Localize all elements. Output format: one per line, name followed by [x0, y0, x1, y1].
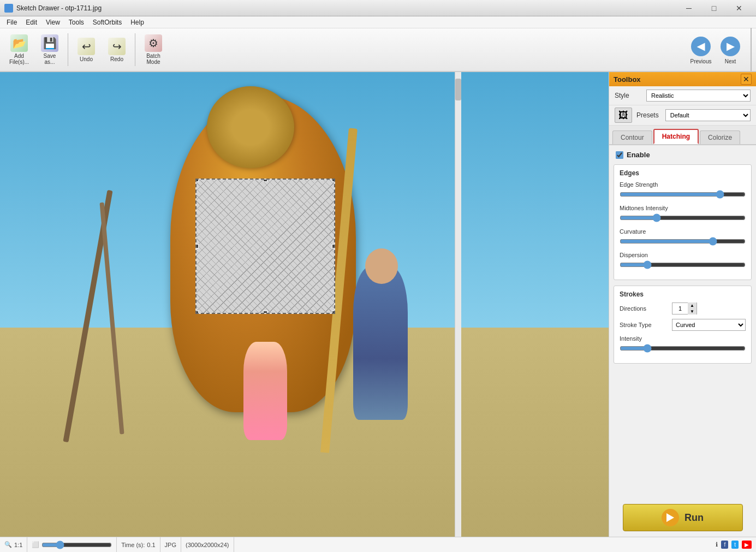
handle-rm[interactable] — [332, 244, 335, 248]
directions-spinbox[interactable]: ▲ ▼ — [672, 302, 697, 314]
undo-button[interactable]: ↩ Undo — [72, 31, 101, 68]
maximize-button[interactable]: □ — [701, 0, 727, 16]
handle-lm[interactable] — [195, 244, 199, 248]
handle-tl[interactable] — [195, 179, 199, 182]
midtones-intensity-row: Midtones Intensity — [620, 205, 746, 223]
add-files-button[interactable]: 📂 AddFile(s)... — [4, 31, 34, 68]
gorilla-head — [207, 86, 294, 168]
undo-label: Undo — [80, 56, 93, 62]
presets-select[interactable]: Default — [665, 109, 751, 121]
handle-bm[interactable] — [263, 311, 267, 314]
menu-edit[interactable]: Edit — [21, 17, 41, 27]
handle-tr[interactable] — [332, 179, 335, 182]
intensity-row: Intensity — [620, 335, 746, 353]
app-icon — [4, 4, 13, 13]
menu-file[interactable]: File — [2, 17, 21, 27]
curvature-track — [620, 236, 746, 246]
save-icon: 💾 — [41, 34, 58, 52]
batch-icon: ⚙ — [145, 34, 162, 52]
directions-row: Directions ▲ ▼ — [620, 302, 746, 314]
canvas-area[interactable] — [0, 72, 609, 537]
menu-softorbits[interactable]: SoftOrbits — [88, 17, 126, 27]
enable-checkbox[interactable] — [616, 151, 623, 159]
handle-bl[interactable] — [195, 311, 199, 314]
handle-br[interactable] — [332, 311, 335, 314]
format-section: JPG — [165, 537, 181, 552]
dispersion-slider[interactable] — [620, 260, 746, 270]
edge-strength-track — [620, 189, 746, 199]
undo-icon: ↩ — [78, 38, 95, 55]
nav-icons-section: ⬜ — [32, 537, 117, 552]
curvature-label: Curvature — [620, 228, 746, 235]
toolbox-panel: Toolbox ✕ Style Realistic 🖼 Presets Defa… — [609, 72, 756, 537]
toolbar-main-sep — [751, 28, 752, 72]
sketch-selection[interactable] — [195, 179, 335, 314]
zoom-icon: 🔍 — [4, 541, 12, 548]
statusbar-right: ℹ f t ▶ — [716, 541, 752, 549]
midtones-intensity-label: Midtones Intensity — [620, 205, 746, 211]
close-button[interactable]: ✕ — [727, 0, 752, 16]
redo-label: Redo — [110, 56, 123, 62]
menu-view[interactable]: View — [41, 17, 64, 27]
scrollbar-thumb[interactable] — [455, 79, 461, 100]
intensity-label: Intensity — [620, 335, 746, 342]
toolbox-header: Toolbox ✕ — [609, 72, 756, 86]
child-figure — [243, 342, 287, 440]
directions-up-button[interactable]: ▲ — [688, 302, 697, 308]
run-icon — [662, 509, 679, 526]
previous-arrow-icon: ◀ — [691, 37, 711, 56]
dispersion-track — [620, 260, 746, 270]
man-head — [365, 248, 398, 284]
tabs-row: Contour Hatching Colorize — [609, 126, 756, 145]
directions-value[interactable] — [672, 305, 688, 312]
style-select[interactable]: Realistic — [646, 90, 751, 102]
tab-colorize[interactable]: Colorize — [700, 130, 740, 144]
batch-mode-button[interactable]: ⚙ BatchMode — [139, 31, 168, 68]
menu-tools[interactable]: Tools — [64, 17, 88, 27]
run-section: Run — [609, 498, 756, 537]
redo-button[interactable]: ↪ Redo — [102, 31, 132, 68]
youtube-icon[interactable]: ▶ — [742, 541, 752, 549]
intensity-track — [620, 343, 746, 353]
stroke-type-row: Stroke Type Curved — [620, 319, 746, 331]
directions-down-button[interactable]: ▼ — [688, 308, 697, 314]
zoom-slider[interactable] — [41, 540, 112, 550]
midtones-intensity-slider[interactable] — [620, 213, 746, 223]
toolbar-edit-group: ↩ Undo ↪ Redo — [72, 31, 132, 68]
man-figure — [353, 267, 408, 420]
edges-title: Edges — [620, 169, 746, 177]
sketch-preview — [197, 180, 334, 313]
midtones-intensity-track — [620, 213, 746, 223]
save-as-label: Saveas... — [44, 53, 56, 65]
info-icon[interactable]: ℹ — [716, 541, 718, 548]
toolbar-file-group: 📂 AddFile(s)... 💾 Saveas... — [4, 31, 64, 68]
tab-contour[interactable]: Contour — [612, 130, 652, 144]
next-button[interactable]: ▶ Next — [716, 28, 745, 72]
curvature-slider[interactable] — [620, 236, 746, 246]
previous-button[interactable]: ◀ Previous — [686, 28, 716, 72]
handle-tm[interactable] — [263, 179, 267, 182]
curvature-row: Curvature — [620, 228, 746, 246]
presets-row: 🖼 Presets Default — [609, 105, 756, 126]
run-button[interactable]: Run — [623, 504, 743, 531]
intensity-slider[interactable] — [620, 343, 746, 353]
home-icon[interactable]: ⬜ — [32, 541, 39, 548]
save-as-button[interactable]: 💾 Saveas... — [35, 31, 64, 68]
menu-help[interactable]: Help — [126, 17, 148, 27]
stroke-type-select[interactable]: Curved — [672, 319, 746, 331]
tab-hatching[interactable]: Hatching — [653, 129, 699, 144]
strokes-section: Strokes Directions ▲ ▼ Stroke Type — [614, 286, 752, 364]
style-label: Style — [615, 92, 642, 99]
vertical-scrollbar[interactable] — [455, 72, 461, 537]
twitter-icon[interactable]: t — [731, 541, 739, 549]
toolbox-close-button[interactable]: ✕ — [741, 74, 752, 85]
toolbar-sep-1 — [68, 33, 68, 66]
edge-strength-slider[interactable] — [620, 189, 746, 199]
format-value: JPG — [165, 542, 176, 548]
titlebar: Sketch Drawer - otp-1711.jpg ─ □ ✕ — [0, 0, 756, 16]
strokes-title: Strokes — [620, 290, 746, 298]
next-label: Next — [725, 58, 736, 64]
add-files-icon: 📂 — [10, 34, 28, 52]
facebook-icon[interactable]: f — [721, 541, 728, 549]
minimize-button[interactable]: ─ — [676, 0, 701, 16]
